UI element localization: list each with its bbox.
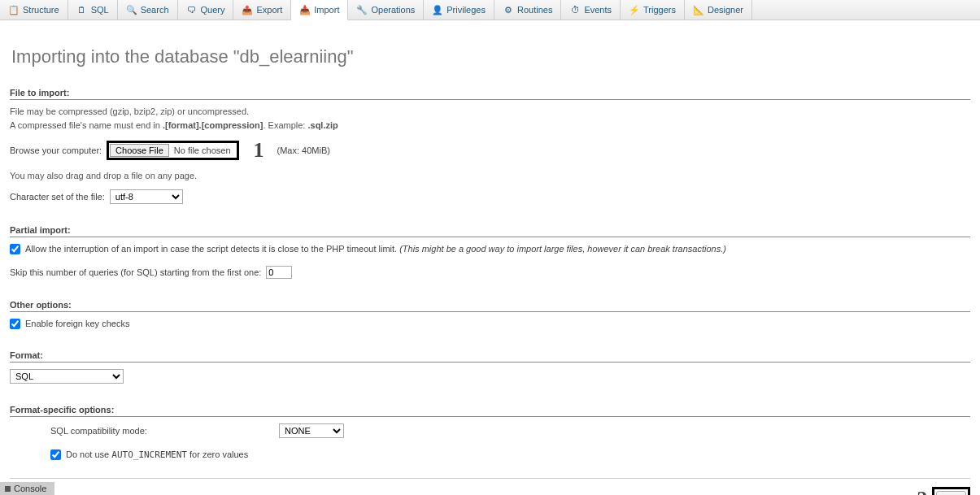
section-partial-import: Partial import: — [10, 225, 970, 237]
charset-label: Character set of the file: — [10, 192, 105, 202]
tab-designer[interactable]: 📐Designer — [685, 0, 752, 20]
designer-icon: 📐 — [693, 4, 704, 15]
operations-icon: 🔧 — [356, 4, 368, 15]
privileges-icon: 👤 — [432, 4, 443, 15]
console-toggle[interactable]: Console — [0, 482, 54, 495]
structure-icon: 📋 — [8, 4, 20, 15]
go-button[interactable]: Go — [936, 491, 966, 496]
export-icon: 📤 — [242, 4, 253, 15]
section-format-specific: Format-specific options: — [10, 405, 970, 417]
enable-fk-checkbox[interactable] — [10, 319, 20, 329]
events-icon: ⏱ — [569, 4, 581, 15]
tab-search[interactable]: 🔍Search — [118, 0, 178, 20]
max-size-label: (Max: 40MiB) — [277, 145, 330, 155]
file-input-wrapper: Choose File No file chosen — [107, 141, 238, 160]
skip-queries-label: Skip this number of queries (for SQL) st… — [10, 267, 261, 277]
query-icon: 🗨 — [186, 4, 198, 15]
search-icon: 🔍 — [126, 4, 137, 15]
tab-sql[interactable]: 🗒SQL — [68, 0, 118, 20]
enable-fk-label: Enable foreign key checks — [25, 319, 129, 328]
tab-import[interactable]: 📥Import — [291, 0, 348, 20]
no-autoincrement-checkbox[interactable] — [50, 449, 61, 460]
page-title: Importing into the database "db_elearnii… — [11, 46, 970, 67]
allow-interrupt-label: Allow the interruption of an import in c… — [25, 244, 726, 254]
sql-compat-label: SQL compatibility mode: — [50, 426, 274, 436]
tab-export[interactable]: 📤Export — [233, 0, 291, 20]
annotation-2: 2 — [917, 487, 927, 496]
choose-file-button[interactable]: Choose File — [110, 144, 169, 157]
allow-interrupt-checkbox[interactable] — [10, 244, 20, 254]
file-chosen-status: No file chosen — [169, 145, 236, 155]
charset-select[interactable]: utf-8 — [110, 189, 183, 204]
top-tabbar: 📋Structure 🗒SQL 🔍Search 🗨Query 📤Export 📥… — [0, 0, 980, 20]
tab-operations[interactable]: 🔧Operations — [348, 0, 424, 20]
section-format: Format: — [10, 350, 970, 363]
tab-events[interactable]: ⏱Events — [561, 0, 621, 20]
tab-routines[interactable]: ⚙Routines — [494, 0, 561, 20]
section-file-import: File to import: — [10, 88, 970, 100]
routines-icon: ⚙ — [503, 4, 514, 15]
sql-compat-select[interactable]: NONE — [279, 423, 344, 438]
tab-triggers[interactable]: ⚡Triggers — [621, 0, 685, 20]
skip-queries-input[interactable] — [266, 266, 292, 279]
tab-privileges[interactable]: 👤Privileges — [424, 0, 494, 20]
help-dragdrop: You may also drag and drop a file on any… — [10, 169, 970, 183]
console-icon — [5, 486, 11, 492]
help-compressed: File may be compressed (gzip, bzip2, zip… — [10, 105, 970, 119]
tab-structure[interactable]: 📋Structure — [0, 0, 68, 20]
annotation-1: 1 — [254, 138, 264, 163]
tab-query[interactable]: 🗨Query — [178, 0, 234, 20]
browse-label: Browse your computer: — [10, 145, 102, 155]
sql-icon: 🗒 — [76, 4, 88, 15]
go-button-highlight: Go — [932, 487, 970, 496]
triggers-icon: ⚡ — [629, 4, 640, 15]
no-autoincrement-label: Do not use AUTO_INCREMENT for zero value… — [66, 449, 248, 460]
import-icon: 📥 — [299, 4, 311, 15]
section-other-options: Other options: — [10, 300, 970, 312]
format-select[interactable]: SQL — [10, 369, 124, 384]
help-name-format: A compressed file's name must end in .[f… — [10, 119, 970, 132]
